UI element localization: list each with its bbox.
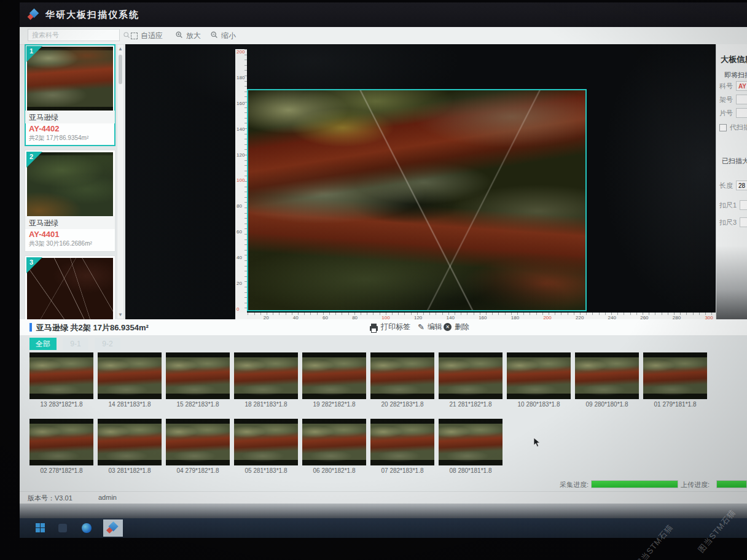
grid-slab-image[interactable] [29,352,93,399]
grid-slab-cell[interactable]: 21 281*182*1.8 [439,352,503,408]
slabno-label: 片号 [719,109,733,118]
grid-slab-image[interactable] [643,352,707,399]
grid-slab-cell[interactable]: 18 281*183*1.8 [234,352,298,408]
app-logo-icon [28,9,40,21]
grid-slab-image[interactable] [166,419,230,465]
pencil-icon: ✎ [418,323,424,331]
delete-icon: ✕ [444,323,452,331]
keno-label: 科号 [719,82,733,91]
rack-input[interactable] [736,95,747,104]
ruler-tick: 20 [237,281,247,286]
capture-progress-fill [592,481,678,488]
taskbar [20,518,747,538]
grid-slab-cell[interactable]: 10 280*183*1.8 [507,352,571,408]
grid-slab-image[interactable] [302,419,366,465]
panel-section-next: 即将扫描 [724,71,747,80]
browser-icon[interactable] [82,523,92,533]
length-input[interactable]: 28 [736,181,747,190]
grid-slab-image[interactable] [439,419,503,465]
scrollbar-thumb[interactable] [119,55,122,84]
fit-button[interactable]: 自适应 [131,29,163,42]
slab-card[interactable]: 3 伯爵红 XHF-300 共2架 4片14.3114m² [25,255,115,319]
logged-in-user: admin [98,494,117,501]
zoom-out-icon [210,31,218,41]
rack-tab[interactable]: 9-1 [63,338,88,350]
taskbar-app-icon[interactable] [58,524,67,532]
grid-slab-label: 06 280*182*1.8 [302,467,366,474]
grid-slab-cell[interactable]: 03 281*182*1.8 [98,419,162,474]
scan-viewer[interactable]: 200180160140120100806040200 020406080100… [125,44,716,319]
edit-text: 编辑 [428,322,442,332]
proxy-scan-checkbox[interactable] [719,124,727,131]
search-input[interactable] [28,31,123,39]
grid-slab-image[interactable] [234,419,298,465]
windows-start-button[interactable] [36,523,45,532]
grid-slab-label: 09 280*180*1.8 [575,401,639,408]
capture-progress-label: 采集进度: [546,480,589,489]
grid-slab-cell[interactable]: 04 279*182*1.8 [166,419,230,474]
grid-slab-cell[interactable]: 09 280*180*1.8 [575,352,639,408]
slab-card[interactable]: 2 亚马逊绿 AY-4401 共3架 30片166.2686m² [25,150,115,252]
grid-slab-image[interactable] [29,419,93,465]
grid-slab-label: 19 282*182*1.8 [302,401,366,408]
proxy-scan-label: 代扫描 [730,123,747,132]
ruler-tick: 160 [479,315,487,319]
grid-slab-cell[interactable]: 19 282*182*1.8 [302,352,366,408]
grid-slab-image[interactable] [234,352,298,399]
ruler-tick: 180 [237,76,247,80]
grid-slab-image[interactable] [370,419,434,465]
grid-slab-cell[interactable]: 02 278*182*1.8 [29,419,93,474]
delete-text: 删除 [455,322,469,332]
sidebar-scrollbar[interactable]: ▲ ▼ [117,44,124,319]
slab-card[interactable]: 1 亚马逊绿 AY-4402 共2架 17片86.9354m² [25,44,115,146]
grid-slab-image[interactable] [166,352,230,399]
grid-slab-cell[interactable]: 14 281*183*1.8 [98,352,162,408]
print-label-button[interactable]: 打印标签 [370,322,410,332]
slab-list: 1 亚马逊绿 AY-4402 共2架 17片86.9354m² 2 亚马逊绿 A… [25,44,115,319]
ruler-tick: 60 [323,315,328,319]
ruler-tick: 160 [237,101,247,106]
grid-slab-image[interactable] [575,352,639,399]
ruler-tick: 40 [237,255,247,260]
grid-slab-image[interactable] [98,352,162,399]
ruler-tick: 20 [264,315,269,319]
grid-slab-cell[interactable]: 08 280*181*1.8 [439,419,503,474]
grid-slab-image[interactable] [439,352,503,399]
grid-slab-cell[interactable]: 06 280*182*1.8 [302,419,366,474]
slab-code: AY-4401 [25,229,115,239]
grid-slab-cell[interactable]: 01 279*181*1.8 [643,352,707,408]
grid-slab-cell[interactable]: 05 281*183*1.8 [234,419,298,474]
grid-slab-cell[interactable]: 13 283*182*1.8 [29,352,93,408]
scanned-slab-image[interactable] [247,89,587,311]
grid-slab-image[interactable] [370,352,434,399]
grid-slab-image[interactable] [98,419,162,465]
vertical-ruler: 200180160140120100806040200 [235,49,247,313]
panel-section-done: 已扫描大板 [722,157,747,166]
scroll-up-icon[interactable]: ▲ [117,46,123,52]
grid-slab-cell[interactable]: 20 282*183*1.8 [370,352,434,408]
fit-icon [131,33,138,39]
rack-tab[interactable]: 全部 [29,338,57,350]
version-value: V3.01 [55,494,72,502]
zoom-out-button[interactable]: 缩小 [210,29,236,42]
deduct3-input[interactable] [740,217,747,227]
rack-tab[interactable]: 9-2 [95,338,120,350]
zoom-out-label: 缩小 [221,31,236,41]
grid-slab-label: 21 281*182*1.8 [439,401,503,408]
grid-slab-cell[interactable]: 07 282*183*1.8 [370,419,434,474]
edit-button[interactable]: ✎ 编辑 [418,322,442,332]
search-box[interactable] [28,29,120,41]
delete-button[interactable]: ✕ 删除 [444,322,469,332]
scroll-down-icon[interactable]: ▼ [117,312,123,317]
active-app-taskbar-button[interactable] [103,519,123,537]
grid-slab-label: 10 280*183*1.8 [507,401,571,408]
keno-input[interactable]: AY [736,81,747,91]
deduct1-input[interactable] [740,200,747,210]
grid-slab-image[interactable] [302,352,366,399]
grid-slab-cell[interactable]: 15 282*183*1.8 [166,352,230,408]
grid-slab-image[interactable] [507,352,571,399]
zoom-in-button[interactable]: 放大 [175,29,201,42]
ruler-tick: 200 [237,50,247,55]
slabno-input[interactable] [736,108,747,118]
zoom-in-label: 放大 [186,31,201,41]
